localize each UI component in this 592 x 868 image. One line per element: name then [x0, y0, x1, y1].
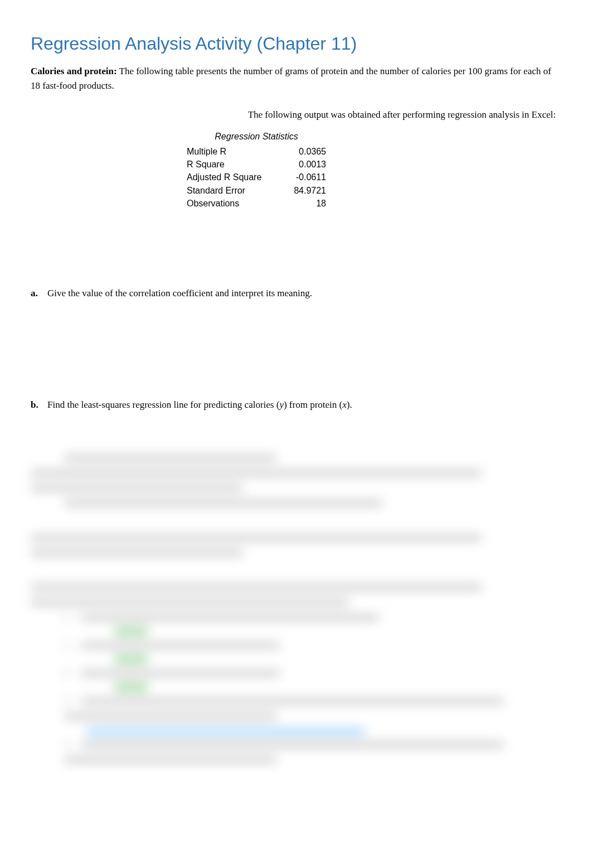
question-label: a. [31, 288, 47, 299]
stats-value: 0.0365 [299, 145, 326, 158]
question-b-mid: ) from protein ( [284, 399, 342, 410]
question-b-x: x [342, 399, 347, 410]
stats-row-observations: Observations 18 [187, 197, 326, 210]
stats-row-r-square: R Square 0.0013 [187, 158, 326, 171]
stats-header: Regression Statistics [187, 132, 326, 142]
page-title: Regression Analysis Activity (Chapter 11… [31, 33, 561, 54]
question-b: b. Find the least-squares regression lin… [31, 399, 561, 411]
question-text: Find the least-squares regression line f… [47, 399, 561, 411]
stats-label: Adjusted R Square [187, 171, 261, 184]
intro-lead: Calories and protein: [31, 66, 117, 76]
stats-value: 84.9721 [294, 184, 326, 197]
stats-row-adj-r-square: Adjusted R Square -0.0611 [187, 171, 326, 184]
intro-paragraph: Calories and protein: The following tabl… [31, 64, 561, 93]
stats-row-multiple-r: Multiple R 0.0365 [187, 145, 326, 158]
stats-value: -0.0611 [296, 171, 326, 184]
question-b-suffix: ). [347, 399, 352, 410]
question-b-y: y [279, 399, 284, 410]
excel-note: The following output was obtained after … [31, 109, 561, 120]
stats-label: Multiple R [187, 145, 226, 158]
question-label: b. [31, 399, 47, 411]
stats-row-std-error: Standard Error 84.9721 [187, 184, 326, 197]
question-a: a. Give the value of the correlation coe… [31, 288, 561, 299]
stats-value: 0.0013 [299, 158, 326, 171]
stats-label: Observations [187, 197, 239, 210]
question-text: Give the value of the correlation coeffi… [47, 288, 561, 299]
blurred-content [31, 446, 561, 868]
stats-label: Standard Error [187, 184, 245, 197]
regression-stats-table: Regression Statistics Multiple R 0.0365 … [187, 132, 561, 210]
question-b-prefix: Find the least-squares regression line f… [47, 399, 279, 410]
stats-label: R Square [187, 158, 225, 171]
stats-value: 18 [316, 197, 326, 210]
